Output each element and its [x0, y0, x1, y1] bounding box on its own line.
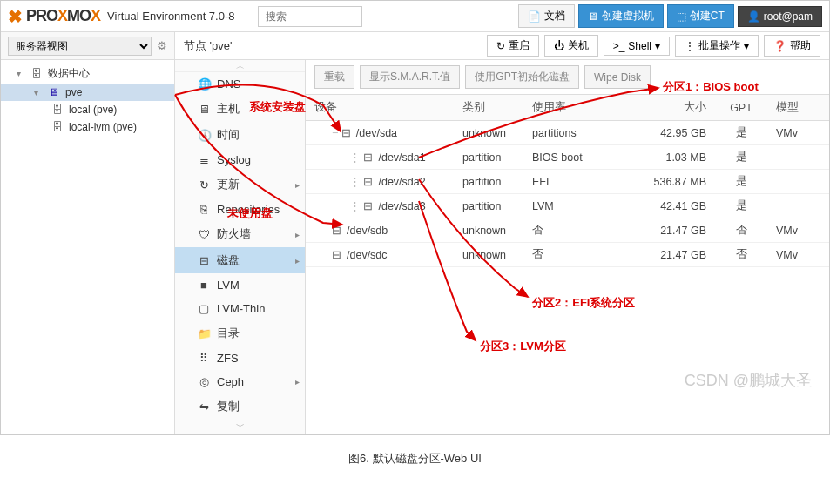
cell-gpt: 否	[715, 218, 767, 243]
cell-model: VMv	[767, 121, 829, 145]
tree-datacenter[interactable]: ▾🗄数据中心	[1, 64, 174, 84]
nav-label: Repositories	[217, 203, 280, 216]
cell-usage: partitions	[523, 121, 602, 145]
disk-row[interactable]: ⊟/dev/sdb unknown 否 21.47 GB 否 VMv	[306, 218, 829, 243]
col-device[interactable]: 设备	[306, 95, 454, 121]
search-input[interactable]	[258, 6, 362, 27]
wipe-disk-button[interactable]: Wipe Disk	[584, 65, 651, 89]
nav-label: Syslog	[217, 153, 251, 166]
cell-model	[767, 194, 829, 218]
collapse-handle[interactable]: ︿	[175, 60, 305, 72]
nav-item-lvm-thin[interactable]: ▢LVM-Thin	[175, 297, 305, 320]
help-button[interactable]: ❓ 帮助	[764, 35, 820, 57]
docs-button[interactable]: 📄 文档	[518, 4, 575, 28]
disk-row[interactable]: ⋮ ⊟/dev/sda2 partition EFI 536.87 MB 是	[306, 170, 829, 194]
version-label: Virtual Environment 7.0-8	[107, 10, 234, 23]
node-label: pve	[65, 86, 82, 98]
disk-icon: ⊟	[341, 127, 351, 139]
storage-icon: 🗄	[51, 104, 64, 116]
cell-gpt: 是	[715, 170, 767, 194]
create-vm-button[interactable]: 🖥 创建虚拟机	[578, 4, 664, 28]
nav-item-repositories[interactable]: ⎘Repositories	[175, 198, 305, 221]
gpt-init-button[interactable]: 使用GPT初始化磁盘	[465, 65, 579, 89]
nav-label: ZFS	[217, 352, 239, 365]
docs-label: 文档	[544, 9, 565, 24]
disk-row[interactable]: ⋮ ⊟/dev/sda3 partition LVM 42.41 GB 是	[306, 194, 829, 218]
reload-button[interactable]: 重载	[314, 65, 354, 89]
cell-device: ⊟/dev/sdb	[306, 218, 454, 243]
disks-icon: ⊟	[198, 254, 210, 267]
nav-label: 磁盘	[217, 252, 240, 268]
tree-node-pve[interactable]: ▾🖥pve	[1, 84, 174, 101]
smart-button[interactable]: 显示S.M.A.R.T.值	[360, 65, 460, 89]
content-toolbar: 重载 显示S.M.A.R.T.值 使用GPT初始化磁盘 Wipe Disk	[306, 60, 829, 95]
nav-item-updates[interactable]: ↻更新▸	[175, 171, 305, 198]
col-usage[interactable]: 使用率	[523, 95, 602, 121]
nav-item-hosts[interactable]: 🖥主机	[175, 96, 305, 122]
nav-label: Ceph	[217, 375, 244, 388]
datacenter-label: 数据中心	[48, 66, 90, 81]
shutdown-button[interactable]: ⏻ 关机	[544, 35, 598, 57]
cell-size: 21.47 GB	[602, 218, 715, 243]
bulk-button[interactable]: ⋮ 批量操作 ▾	[675, 35, 759, 57]
nav-item-disks[interactable]: ⊟磁盘▸	[175, 247, 305, 273]
updates-icon: ↻	[198, 178, 210, 192]
hosts-icon: 🖥	[198, 103, 210, 116]
nav-item-lvm[interactable]: ■LVM	[175, 273, 305, 297]
cell-gpt: 否	[715, 243, 767, 267]
nav-item-replication[interactable]: ⇋复制	[175, 393, 305, 420]
sidenav: ︿ 🌐DNS🖥主机🕓时间≣Syslog↻更新▸⎘Repositories🛡防火墙…	[175, 60, 306, 434]
settings-icon[interactable]: ⚙	[157, 39, 167, 52]
col-model[interactable]: 模型	[767, 95, 829, 121]
disk-table: 设备 类别 使用率 大小 GPT 模型 − ⊟/dev/sda unknown …	[306, 95, 829, 267]
resource-tree: ▾🗄数据中心 ▾🖥pve 🗄local (pve) 🗄local-lvm (pv…	[1, 60, 175, 434]
cell-device: ⋮ ⊟/dev/sda1	[306, 145, 454, 170]
cell-device: ⋮ ⊟/dev/sda2	[306, 170, 454, 194]
tree-storage-local[interactable]: 🗄local (pve)	[1, 101, 174, 118]
cell-size: 536.87 MB	[602, 170, 715, 194]
disk-row[interactable]: ⋮ ⊟/dev/sda1 partition BIOS boot 1.03 MB…	[306, 145, 829, 170]
tree-line: ⋮	[349, 200, 363, 212]
disk-icon: ⊟	[332, 249, 341, 261]
nav-item-time[interactable]: 🕓时间	[175, 122, 305, 148]
view-dropdown[interactable]: 服务器视图	[8, 37, 152, 56]
nav-item-ceph[interactable]: ◎Ceph▸	[175, 370, 305, 393]
chevron-icon: ▸	[295, 180, 300, 190]
col-size[interactable]: 大小	[602, 95, 715, 121]
cell-gpt: 是	[715, 194, 767, 218]
nav-item-dns[interactable]: 🌐DNS	[175, 72, 305, 96]
nav-item-syslog[interactable]: ≣Syslog	[175, 148, 305, 171]
chevron-icon: ▸	[295, 230, 300, 239]
collapse-handle-bottom[interactable]: ﹀	[175, 420, 305, 432]
nav-item-directory[interactable]: 📁目录	[175, 320, 305, 346]
nav-label: LVM	[217, 279, 240, 292]
cell-size: 42.41 GB	[602, 194, 715, 218]
replication-icon: ⇋	[198, 400, 210, 413]
disk-icon: ⊟	[332, 225, 341, 237]
chevron-icon: ▸	[295, 256, 300, 265]
nav-item-zfs[interactable]: ⠿ZFS	[175, 346, 305, 370]
create-ct-button[interactable]: ⬚ 创建CT	[667, 4, 734, 28]
cell-usage: LVM	[523, 194, 602, 218]
header: ✖ PROXMOX Virtual Environment 7.0-8 📄 文档…	[1, 1, 829, 32]
cell-gpt: 是	[715, 121, 767, 145]
user-menu-button[interactable]: 👤 root@pam	[738, 6, 822, 27]
disk-row[interactable]: ⊟/dev/sdc unknown 否 21.47 GB 否 VMv	[306, 243, 829, 267]
col-type[interactable]: 类别	[454, 95, 523, 121]
restart-button[interactable]: ↻ 重启	[487, 35, 539, 57]
cell-gpt: 是	[715, 145, 767, 170]
cell-usage: 否	[523, 218, 602, 243]
nav-item-firewall[interactable]: 🛡防火墙▸	[175, 221, 305, 247]
disk-row[interactable]: − ⊟/dev/sda unknown partitions 42.95 GB …	[306, 121, 829, 145]
zfs-icon: ⠿	[198, 352, 210, 365]
tree-storage-local-lvm[interactable]: 🗄local-lvm (pve)	[1, 118, 174, 136]
nav-label: 主机	[217, 101, 240, 117]
shell-button[interactable]: >_ Shell ▾	[604, 37, 670, 56]
disk-icon: ⊟	[363, 200, 373, 212]
col-gpt[interactable]: GPT	[715, 95, 767, 121]
cell-device: ⊟/dev/sdc	[306, 243, 454, 267]
create-vm-label: 创建虚拟机	[602, 9, 654, 24]
logo: ✖ PROXMOX Virtual Environment 7.0-8	[8, 6, 235, 27]
node-title: 节点 'pve'	[184, 38, 482, 54]
toolbar-row: 服务器视图 ⚙ 节点 'pve' ↻ 重启 ⏻ 关机 >_ Shell ▾ ⋮ …	[1, 32, 829, 60]
